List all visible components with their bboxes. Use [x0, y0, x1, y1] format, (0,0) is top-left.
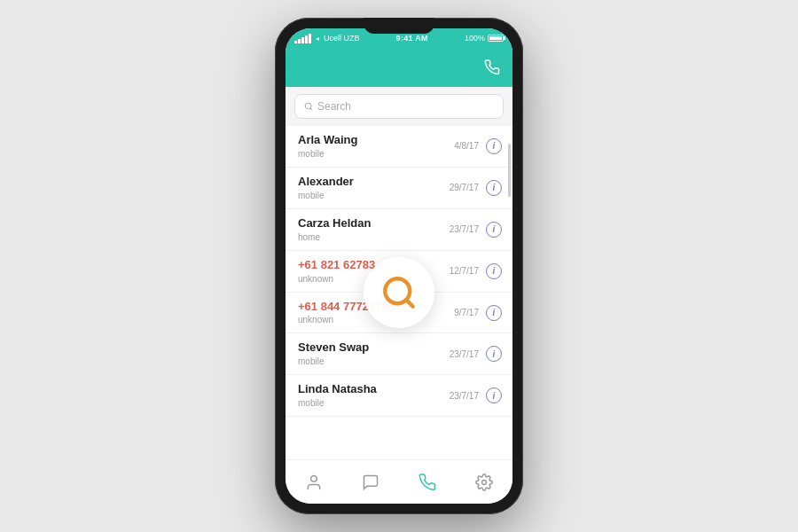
info-button[interactable]: i — [486, 222, 502, 238]
contact-type: mobile — [298, 356, 450, 367]
magnifier-icon — [380, 274, 418, 311]
svg-line-1 — [310, 108, 312, 110]
search-container: Search — [286, 87, 512, 126]
list-item[interactable]: Linda Natasha mobile 23/7/17 i — [286, 375, 512, 417]
svg-point-4 — [311, 475, 317, 481]
svg-point-5 — [482, 480, 487, 484]
svg-point-0 — [305, 103, 311, 109]
contact-date: 12/7/17 — [450, 266, 479, 276]
contact-type: mobile — [298, 190, 450, 201]
contact-date: 23/7/17 — [450, 391, 479, 401]
list-item[interactable]: Steven Swap mobile 23/7/17 i — [286, 333, 512, 375]
contact-info: Linda Natasha mobile — [298, 382, 450, 409]
contact-name: Steven Swap — [298, 340, 450, 356]
wifi-icon: ◂ — [316, 35, 319, 43]
contact-right: 23/7/17 i — [450, 222, 502, 238]
contact-list: Arla Waing mobile 4/8/17 i Alexander mob… — [286, 126, 512, 459]
contact-right: 23/7/17 i — [450, 387, 502, 403]
list-item[interactable]: Arla Waing mobile 4/8/17 i — [286, 126, 512, 168]
info-button[interactable]: i — [486, 387, 502, 403]
tab-calls[interactable] — [399, 460, 456, 504]
search-overlay — [364, 257, 434, 328]
contact-name: Arla Waing — [298, 133, 454, 148]
battery-icon — [488, 35, 504, 42]
phone-screen: ◂ Ucell UZB 9:41 AM 100% — [286, 28, 512, 504]
contact-type: home — [298, 231, 450, 243]
contact-name: Carza Heldan — [298, 216, 450, 231]
info-button[interactable]: i — [486, 263, 502, 279]
contact-type: mobile — [298, 397, 450, 409]
contact-name: Alexander — [298, 175, 450, 190]
contact-right: 4/8/17 i — [454, 138, 502, 154]
battery-fill — [489, 36, 502, 40]
info-button[interactable]: i — [486, 138, 502, 154]
info-button[interactable]: i — [486, 180, 502, 196]
info-button[interactable]: i — [486, 305, 502, 321]
status-time: 9:41 AM — [396, 34, 428, 43]
contact-date: 29/7/17 — [450, 183, 479, 192]
phone-notch — [364, 18, 434, 34]
contact-date: 23/7/17 — [450, 224, 479, 234]
contact-right: 23/7/17 i — [450, 346, 502, 362]
contact-info: Steven Swap mobile — [298, 340, 450, 367]
info-button[interactable]: i — [486, 346, 502, 362]
search-placeholder: Search — [317, 100, 351, 113]
contact-date: 4/8/17 — [454, 141, 479, 151]
battery-percent: 100% — [465, 34, 485, 43]
svg-line-3 — [406, 300, 413, 307]
tab-settings[interactable] — [456, 460, 512, 504]
tab-messages[interactable] — [342, 460, 399, 504]
contact-date: 9/7/17 — [454, 308, 479, 317]
search-icon — [304, 102, 313, 111]
contact-type: mobile — [298, 148, 454, 160]
contact-right: 29/7/17 i — [450, 180, 502, 196]
header-phone-icon[interactable] — [484, 59, 500, 75]
tab-contacts[interactable] — [286, 460, 342, 504]
contact-info: Arla Waing mobile — [298, 133, 454, 160]
scrollbar[interactable] — [508, 144, 511, 197]
contact-date: 23/7/17 — [450, 349, 479, 359]
tab-bar — [286, 459, 512, 504]
phone-device: ◂ Ucell UZB 9:41 AM 100% — [275, 18, 523, 514]
contact-info: Carza Heldan home — [298, 216, 450, 243]
list-item[interactable]: Alexander mobile 29/7/17 i — [286, 168, 512, 209]
carrier-name: Ucell UZB — [324, 34, 360, 43]
status-right: 100% — [465, 34, 504, 43]
contact-name: Linda Natasha — [298, 382, 450, 397]
list-item[interactable]: Carza Heldan home 23/7/17 i — [286, 209, 512, 251]
app-header — [286, 48, 512, 87]
contact-right: 12/7/17 i — [450, 263, 502, 279]
contact-right: 9/7/17 i — [454, 305, 502, 321]
contact-info: Alexander mobile — [298, 175, 450, 201]
signal-icon — [294, 34, 311, 43]
search-bar[interactable]: Search — [294, 94, 504, 119]
status-left: ◂ Ucell UZB — [294, 34, 360, 43]
